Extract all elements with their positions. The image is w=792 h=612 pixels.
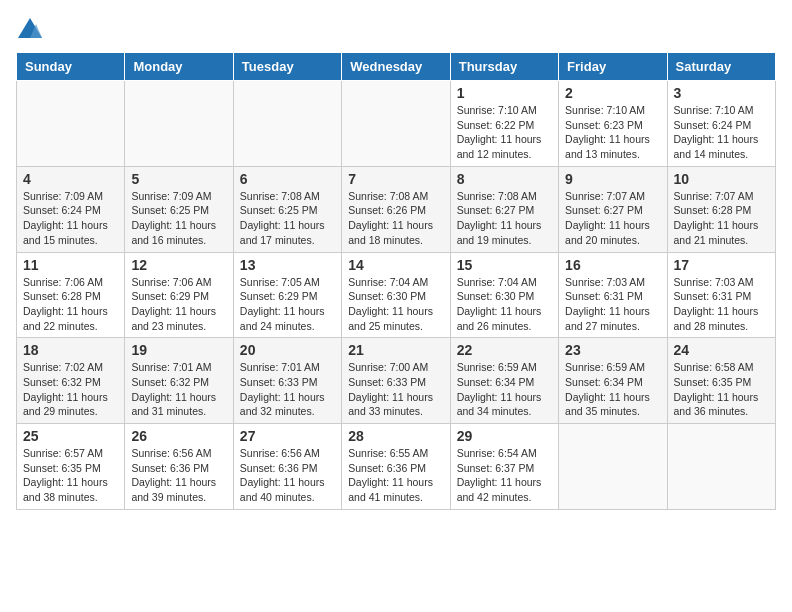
day-number: 2	[565, 85, 660, 101]
day-info: Sunrise: 7:04 AM Sunset: 6:30 PM Dayligh…	[348, 275, 443, 334]
day-number: 25	[23, 428, 118, 444]
calendar-cell: 21Sunrise: 7:00 AM Sunset: 6:33 PM Dayli…	[342, 338, 450, 424]
day-info: Sunrise: 7:10 AM Sunset: 6:24 PM Dayligh…	[674, 103, 769, 162]
day-number: 29	[457, 428, 552, 444]
day-number: 24	[674, 342, 769, 358]
day-info: Sunrise: 7:01 AM Sunset: 6:33 PM Dayligh…	[240, 360, 335, 419]
day-info: Sunrise: 7:06 AM Sunset: 6:29 PM Dayligh…	[131, 275, 226, 334]
day-info: Sunrise: 6:54 AM Sunset: 6:37 PM Dayligh…	[457, 446, 552, 505]
weekday-header-sunday: Sunday	[17, 53, 125, 81]
calendar-cell: 16Sunrise: 7:03 AM Sunset: 6:31 PM Dayli…	[559, 252, 667, 338]
calendar-cell: 4Sunrise: 7:09 AM Sunset: 6:24 PM Daylig…	[17, 166, 125, 252]
calendar-cell	[667, 424, 775, 510]
calendar-cell: 22Sunrise: 6:59 AM Sunset: 6:34 PM Dayli…	[450, 338, 558, 424]
day-info: Sunrise: 7:09 AM Sunset: 6:24 PM Dayligh…	[23, 189, 118, 248]
calendar-cell: 20Sunrise: 7:01 AM Sunset: 6:33 PM Dayli…	[233, 338, 341, 424]
day-number: 15	[457, 257, 552, 273]
day-number: 4	[23, 171, 118, 187]
day-number: 18	[23, 342, 118, 358]
day-number: 14	[348, 257, 443, 273]
calendar-cell: 1Sunrise: 7:10 AM Sunset: 6:22 PM Daylig…	[450, 81, 558, 167]
day-info: Sunrise: 7:04 AM Sunset: 6:30 PM Dayligh…	[457, 275, 552, 334]
weekday-header-wednesday: Wednesday	[342, 53, 450, 81]
weekday-header-tuesday: Tuesday	[233, 53, 341, 81]
calendar-cell: 23Sunrise: 6:59 AM Sunset: 6:34 PM Dayli…	[559, 338, 667, 424]
calendar-cell: 29Sunrise: 6:54 AM Sunset: 6:37 PM Dayli…	[450, 424, 558, 510]
day-info: Sunrise: 7:10 AM Sunset: 6:22 PM Dayligh…	[457, 103, 552, 162]
day-number: 8	[457, 171, 552, 187]
calendar-cell: 25Sunrise: 6:57 AM Sunset: 6:35 PM Dayli…	[17, 424, 125, 510]
calendar-cell: 17Sunrise: 7:03 AM Sunset: 6:31 PM Dayli…	[667, 252, 775, 338]
day-info: Sunrise: 7:10 AM Sunset: 6:23 PM Dayligh…	[565, 103, 660, 162]
calendar-cell: 10Sunrise: 7:07 AM Sunset: 6:28 PM Dayli…	[667, 166, 775, 252]
calendar-cell: 15Sunrise: 7:04 AM Sunset: 6:30 PM Dayli…	[450, 252, 558, 338]
calendar-cell: 14Sunrise: 7:04 AM Sunset: 6:30 PM Dayli…	[342, 252, 450, 338]
calendar-cell: 27Sunrise: 6:56 AM Sunset: 6:36 PM Dayli…	[233, 424, 341, 510]
calendar-cell	[17, 81, 125, 167]
day-info: Sunrise: 7:05 AM Sunset: 6:29 PM Dayligh…	[240, 275, 335, 334]
day-info: Sunrise: 6:58 AM Sunset: 6:35 PM Dayligh…	[674, 360, 769, 419]
day-number: 3	[674, 85, 769, 101]
calendar-cell	[233, 81, 341, 167]
calendar-cell: 8Sunrise: 7:08 AM Sunset: 6:27 PM Daylig…	[450, 166, 558, 252]
day-number: 17	[674, 257, 769, 273]
week-row-4: 18Sunrise: 7:02 AM Sunset: 6:32 PM Dayli…	[17, 338, 776, 424]
calendar-cell: 18Sunrise: 7:02 AM Sunset: 6:32 PM Dayli…	[17, 338, 125, 424]
day-number: 7	[348, 171, 443, 187]
day-info: Sunrise: 7:06 AM Sunset: 6:28 PM Dayligh…	[23, 275, 118, 334]
day-info: Sunrise: 6:57 AM Sunset: 6:35 PM Dayligh…	[23, 446, 118, 505]
calendar-cell: 7Sunrise: 7:08 AM Sunset: 6:26 PM Daylig…	[342, 166, 450, 252]
calendar-table: SundayMondayTuesdayWednesdayThursdayFrid…	[16, 52, 776, 510]
weekday-header-thursday: Thursday	[450, 53, 558, 81]
week-row-1: 1Sunrise: 7:10 AM Sunset: 6:22 PM Daylig…	[17, 81, 776, 167]
calendar-cell: 13Sunrise: 7:05 AM Sunset: 6:29 PM Dayli…	[233, 252, 341, 338]
day-number: 23	[565, 342, 660, 358]
calendar-cell: 19Sunrise: 7:01 AM Sunset: 6:32 PM Dayli…	[125, 338, 233, 424]
day-number: 28	[348, 428, 443, 444]
day-info: Sunrise: 7:08 AM Sunset: 6:25 PM Dayligh…	[240, 189, 335, 248]
calendar-cell	[125, 81, 233, 167]
week-row-3: 11Sunrise: 7:06 AM Sunset: 6:28 PM Dayli…	[17, 252, 776, 338]
calendar-cell	[342, 81, 450, 167]
calendar-cell: 24Sunrise: 6:58 AM Sunset: 6:35 PM Dayli…	[667, 338, 775, 424]
day-number: 1	[457, 85, 552, 101]
day-number: 12	[131, 257, 226, 273]
logo	[16, 16, 48, 44]
day-info: Sunrise: 6:59 AM Sunset: 6:34 PM Dayligh…	[565, 360, 660, 419]
day-number: 27	[240, 428, 335, 444]
calendar-cell: 12Sunrise: 7:06 AM Sunset: 6:29 PM Dayli…	[125, 252, 233, 338]
calendar-cell: 26Sunrise: 6:56 AM Sunset: 6:36 PM Dayli…	[125, 424, 233, 510]
week-row-2: 4Sunrise: 7:09 AM Sunset: 6:24 PM Daylig…	[17, 166, 776, 252]
day-number: 13	[240, 257, 335, 273]
calendar-cell: 3Sunrise: 7:10 AM Sunset: 6:24 PM Daylig…	[667, 81, 775, 167]
day-info: Sunrise: 7:01 AM Sunset: 6:32 PM Dayligh…	[131, 360, 226, 419]
day-number: 21	[348, 342, 443, 358]
day-number: 6	[240, 171, 335, 187]
weekday-header-friday: Friday	[559, 53, 667, 81]
calendar-cell: 6Sunrise: 7:08 AM Sunset: 6:25 PM Daylig…	[233, 166, 341, 252]
day-info: Sunrise: 7:00 AM Sunset: 6:33 PM Dayligh…	[348, 360, 443, 419]
day-info: Sunrise: 7:02 AM Sunset: 6:32 PM Dayligh…	[23, 360, 118, 419]
day-info: Sunrise: 6:55 AM Sunset: 6:36 PM Dayligh…	[348, 446, 443, 505]
week-row-5: 25Sunrise: 6:57 AM Sunset: 6:35 PM Dayli…	[17, 424, 776, 510]
day-info: Sunrise: 7:08 AM Sunset: 6:27 PM Dayligh…	[457, 189, 552, 248]
day-info: Sunrise: 7:07 AM Sunset: 6:28 PM Dayligh…	[674, 189, 769, 248]
calendar-cell: 9Sunrise: 7:07 AM Sunset: 6:27 PM Daylig…	[559, 166, 667, 252]
calendar-cell: 5Sunrise: 7:09 AM Sunset: 6:25 PM Daylig…	[125, 166, 233, 252]
logo-icon	[16, 16, 44, 44]
day-info: Sunrise: 7:03 AM Sunset: 6:31 PM Dayligh…	[565, 275, 660, 334]
calendar-cell	[559, 424, 667, 510]
day-number: 19	[131, 342, 226, 358]
day-info: Sunrise: 6:56 AM Sunset: 6:36 PM Dayligh…	[240, 446, 335, 505]
weekday-header-row: SundayMondayTuesdayWednesdayThursdayFrid…	[17, 53, 776, 81]
day-info: Sunrise: 6:59 AM Sunset: 6:34 PM Dayligh…	[457, 360, 552, 419]
day-number: 10	[674, 171, 769, 187]
day-number: 16	[565, 257, 660, 273]
day-info: Sunrise: 7:08 AM Sunset: 6:26 PM Dayligh…	[348, 189, 443, 248]
day-number: 5	[131, 171, 226, 187]
day-number: 22	[457, 342, 552, 358]
day-info: Sunrise: 7:07 AM Sunset: 6:27 PM Dayligh…	[565, 189, 660, 248]
day-info: Sunrise: 7:09 AM Sunset: 6:25 PM Dayligh…	[131, 189, 226, 248]
calendar-cell: 2Sunrise: 7:10 AM Sunset: 6:23 PM Daylig…	[559, 81, 667, 167]
day-number: 11	[23, 257, 118, 273]
